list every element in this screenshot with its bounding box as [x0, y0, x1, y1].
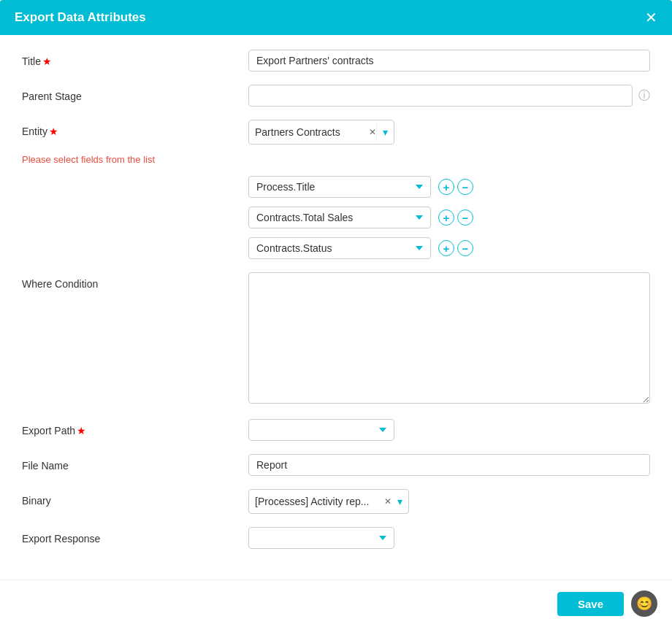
modal-header: Export Data Attributes ✕ — [0, 0, 672, 35]
field-remove-button-1[interactable]: − — [457, 179, 473, 195]
close-button[interactable]: ✕ — [645, 10, 657, 25]
field-select-2[interactable]: Contracts.Total Sales — [248, 207, 431, 228]
parent-stage-field: ⓘ — [248, 85, 650, 107]
field-row-2: Contracts.Total Sales + − — [248, 207, 650, 228]
file-name-field — [248, 454, 650, 476]
entity-tag-remove[interactable]: ✕ — [369, 127, 376, 137]
export-path-row: Export Path★ — [22, 419, 650, 441]
field-select-3[interactable]: Contracts.Status — [248, 237, 431, 259]
title-label: Title★ — [22, 50, 248, 67]
binary-select-wrapper[interactable]: [Processes] Activity rep... ✕ ▾ — [248, 489, 409, 514]
field-actions-1: + − — [438, 179, 473, 195]
field-row-1: Process.Title + − — [248, 176, 650, 198]
where-condition-label: Where Condition — [22, 272, 248, 290]
export-path-label: Export Path★ — [22, 419, 248, 436]
field-actions-2: + − — [438, 209, 473, 226]
export-response-field — [248, 527, 650, 549]
title-row: Title★ — [22, 50, 650, 72]
file-name-row: File Name — [22, 454, 650, 476]
where-condition-row: Where Condition — [22, 272, 650, 406]
field-remove-button-3[interactable]: − — [457, 240, 473, 256]
binary-field: [Processes] Activity rep... ✕ ▾ — [248, 489, 650, 514]
save-button[interactable]: Save — [557, 592, 624, 616]
entity-row: Entity★ Partners Contracts ✕ ▾ — [22, 120, 650, 145]
title-field — [248, 50, 650, 72]
parent-stage-input[interactable] — [248, 85, 633, 107]
title-input[interactable] — [248, 50, 650, 72]
export-path-select[interactable] — [248, 419, 394, 441]
entity-required: ★ — [49, 126, 58, 137]
info-text: Please select fields from the list — [22, 154, 650, 165]
binary-label: Binary — [22, 489, 248, 507]
entity-select-wrapper[interactable]: Partners Contracts ✕ ▾ — [248, 120, 394, 145]
modal-body: Title★ Parent Stage ⓘ Enti — [0, 35, 672, 620]
entity-field: Partners Contracts ✕ ▾ — [248, 120, 650, 145]
file-name-input[interactable] — [248, 454, 650, 476]
fields-section: Process.Title + − Contracts.Total Sales … — [248, 176, 650, 259]
export-path-required: ★ — [77, 425, 86, 436]
field-row-3: Contracts.Status + − — [248, 237, 650, 259]
modal-title: Export Data Attributes — [15, 10, 146, 25]
where-condition-field — [248, 272, 650, 406]
export-response-row: Export Response — [22, 527, 650, 549]
where-condition-textarea[interactable] — [248, 272, 650, 404]
modal-footer: Save 😊 — [0, 580, 672, 627]
field-add-button-2[interactable]: + — [438, 209, 454, 226]
parent-stage-label: Parent Stage — [22, 85, 248, 102]
binary-tag-remove[interactable]: ✕ — [384, 496, 392, 507]
field-add-button-1[interactable]: + — [438, 179, 454, 195]
title-required: ★ — [42, 55, 52, 67]
export-response-label: Export Response — [22, 527, 248, 545]
export-response-select[interactable] — [248, 527, 394, 549]
parent-stage-row: Parent Stage ⓘ — [22, 85, 650, 107]
entity-label: Entity★ — [22, 120, 248, 137]
field-remove-button-2[interactable]: − — [457, 209, 473, 226]
binary-dropdown-arrow[interactable]: ▾ — [392, 493, 408, 510]
info-icon: ⓘ — [638, 88, 650, 104]
field-add-button-3[interactable]: + — [438, 240, 454, 256]
binary-tag-value: [Processes] Activity rep... — [249, 493, 380, 510]
entity-tag-value: Partners Contracts — [249, 123, 363, 141]
avatar: 😊 — [631, 591, 657, 617]
binary-row: Binary [Processes] Activity rep... ✕ ▾ — [22, 489, 650, 514]
field-select-1[interactable]: Process.Title — [248, 176, 431, 198]
entity-dropdown-arrow[interactable]: ▾ — [376, 123, 394, 141]
field-actions-3: + − — [438, 240, 473, 256]
file-name-label: File Name — [22, 454, 248, 472]
export-path-field — [248, 419, 650, 441]
